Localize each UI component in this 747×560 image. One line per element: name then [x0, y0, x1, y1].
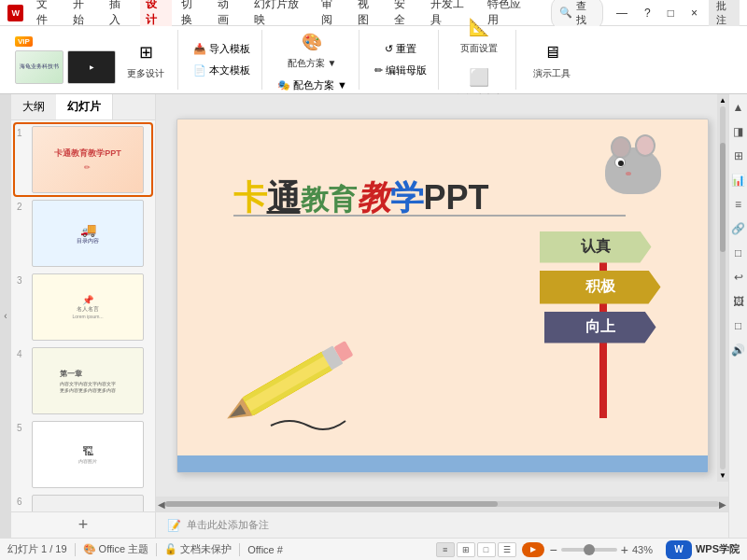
- search-icon: 🔍: [559, 7, 572, 19]
- slide-item-6[interactable]: 6 数据图表: [15, 493, 151, 511]
- page-setup-label: 页面设置: [460, 42, 498, 55]
- right-btn-9[interactable]: 🖼: [731, 292, 746, 311]
- right-btn-1[interactable]: ▲: [731, 98, 746, 117]
- h-scrollbar-track[interactable]: [165, 501, 719, 507]
- notes-placeholder: 单击此处添加备注: [187, 518, 269, 532]
- app-icon: W: [7, 5, 23, 21]
- h-scrollbar-thumb[interactable]: [165, 501, 498, 507]
- right-btn-8[interactable]: ↩: [731, 268, 746, 287]
- ribbon-bg-group: 🎨 配色方案▼ 🎭 配色方案▼: [266, 30, 359, 90]
- zoom-minus-btn[interactable]: −: [550, 542, 557, 557]
- right-btn-7[interactable]: □: [731, 244, 746, 262]
- right-btn-4[interactable]: 📊: [731, 171, 746, 189]
- slide-item-5[interactable]: 5 🏗 内容图片: [15, 419, 151, 490]
- import-template-btn[interactable]: 📥 导入模板: [190, 40, 254, 58]
- h-scroll-right-btn[interactable]: ▶: [719, 499, 726, 510]
- slide-item-2[interactable]: 2 🚚 目录内容: [15, 198, 151, 269]
- comment-btn[interactable]: 批注: [709, 0, 740, 29]
- edit-master-btn[interactable]: ✏ 编辑母版: [371, 62, 430, 79]
- play-btn[interactable]: ▶: [522, 542, 544, 557]
- zoom-plus-btn[interactable]: +: [621, 542, 628, 557]
- v-scrollbar-up-btn[interactable]: ▲: [719, 96, 726, 105]
- right-btn-3[interactable]: ⊞: [731, 147, 746, 165]
- tab-outline[interactable]: 大纲: [11, 94, 56, 119]
- slide-item-3[interactable]: 3 📌 名人名言 Lorem ipsum...: [15, 272, 151, 343]
- search-bar[interactable]: 🔍 查找: [551, 0, 604, 30]
- background-btn[interactable]: 🎨 配色方案▼: [282, 26, 342, 73]
- ribbon-import-group: 📥 导入模板 📄 本文模板: [182, 30, 262, 90]
- right-btn-10[interactable]: □: [731, 316, 746, 335]
- local-label: 本文模板: [209, 63, 250, 77]
- page-setup-btn[interactable]: 📐 页面设置: [455, 11, 503, 58]
- sep-1: [75, 543, 76, 556]
- right-btn-2[interactable]: ◨: [731, 122, 746, 141]
- notes-bar[interactable]: 📝 单击此处添加备注: [156, 511, 728, 538]
- window-controls: — ? □ × 批注: [611, 0, 740, 29]
- status-right: ≡ ⊞ □ ☰ ▶ − + 43% W WPS学院: [436, 540, 740, 559]
- local-template-btn[interactable]: 📄 本文模板: [190, 62, 254, 79]
- right-btn-5[interactable]: ≡: [731, 195, 746, 214]
- template-thumb-1[interactable]: 海龟业务科技书: [15, 50, 63, 84]
- sep-3: [239, 543, 240, 556]
- view-mode-buttons: ≡ ⊞ □ ☰: [436, 542, 516, 557]
- right-btn-6[interactable]: 🔗: [731, 219, 746, 238]
- v-scrollbar-down-btn[interactable]: ▼: [719, 471, 726, 480]
- close-icon[interactable]: ×: [685, 5, 703, 21]
- collapse-panel-btn[interactable]: ‹: [0, 94, 11, 538]
- reset-label: 重置: [396, 42, 416, 56]
- zoom-track[interactable]: [561, 548, 617, 552]
- mouse-ear-left: [611, 136, 631, 159]
- main-area: ‹ 大纲 幻灯片 1 卡通教育教学PPT ✏ 2: [0, 94, 747, 538]
- slide-thumb-3: 📌 名人名言 Lorem ipsum...: [32, 273, 144, 341]
- slide-bottom-bar: [177, 455, 708, 472]
- view-read-btn[interactable]: □: [477, 542, 496, 557]
- slide-thumb-6: 数据图表: [32, 495, 144, 511]
- slide-panel: 大纲 幻灯片 1 卡通教育教学PPT ✏ 2 🚚: [11, 94, 156, 538]
- view-normal-btn[interactable]: ≡: [436, 542, 455, 557]
- h-scrollbar[interactable]: ◀ ▶: [156, 497, 728, 511]
- wps-icon: W: [666, 540, 692, 559]
- search-label: 查找: [576, 0, 596, 27]
- wps-academy[interactable]: W WPS学院: [666, 540, 740, 559]
- slide-item-4[interactable]: 4 第一章 内容文字内容文字内容文字 更多内容更多内容更多内容: [15, 345, 151, 416]
- mouse-ear-right: [635, 134, 655, 157]
- char-yu: 育: [329, 181, 357, 219]
- add-slide-btn[interactable]: +: [11, 511, 155, 538]
- pencil-svg: [224, 304, 392, 444]
- zoom-level-text: 43%: [632, 544, 653, 555]
- help-btn[interactable]: ?: [639, 5, 656, 21]
- minimize-btn[interactable]: —: [611, 5, 633, 21]
- v-scrollbar-thumb[interactable]: [720, 143, 726, 252]
- view-notes-btn[interactable]: ☰: [498, 542, 516, 557]
- v-scrollbar-track[interactable]: [720, 106, 726, 469]
- notes-icon: 📝: [167, 519, 181, 532]
- slide-canvas[interactable]: 卡 通 教 育 教 学 PPT: [176, 119, 709, 473]
- color-scheme-btn[interactable]: 🎭 配色方案▼: [274, 77, 351, 94]
- present-tools-label: 演示工具: [533, 67, 571, 80]
- mouse-nose: [626, 172, 631, 175]
- restore-btn[interactable]: □: [662, 5, 680, 21]
- status-bar: 幻灯片 1 / 19 🎨 Office 主题 🔓 文档未保护 Office # …: [0, 538, 747, 560]
- present-tools-btn[interactable]: 🖥 演示工具: [528, 36, 576, 83]
- h-scroll-left-btn[interactable]: ◀: [158, 499, 165, 510]
- panel-tabs: 大纲 幻灯片: [11, 94, 155, 120]
- local-icon: 📄: [193, 64, 206, 77]
- background-icon: 🎨: [299, 29, 325, 55]
- more-design-btn[interactable]: ⊞ 更多设计: [121, 36, 170, 83]
- right-btn-11[interactable]: 🔊: [731, 341, 746, 359]
- slide-canvas-wrapper[interactable]: ▲ ▼ 卡 通 教 育 教 学 PPT: [156, 94, 728, 497]
- import-label: 导入模板: [209, 42, 250, 56]
- sep-2: [156, 543, 157, 556]
- signs-illustration: 认真 积极 向上: [502, 194, 661, 427]
- wps-academy-text: WPS学院: [696, 542, 740, 556]
- zoom-thumb[interactable]: [584, 544, 595, 555]
- view-grid-btn[interactable]: ⊞: [457, 542, 475, 557]
- v-scrollbar[interactable]: ▲ ▼: [717, 94, 728, 482]
- reset-btn[interactable]: ↺ 重置: [381, 40, 420, 58]
- slide-thumb-1: 卡通教育教学PPT ✏: [32, 126, 144, 193]
- template-thumb-2[interactable]: ▶: [67, 50, 116, 84]
- tab-slides[interactable]: 幻灯片: [56, 94, 113, 119]
- slide-num-5: 5: [17, 423, 28, 433]
- edit-master-icon: ✏: [374, 64, 383, 77]
- slide-item-1[interactable]: 1 卡通教育教学PPT ✏: [15, 124, 151, 195]
